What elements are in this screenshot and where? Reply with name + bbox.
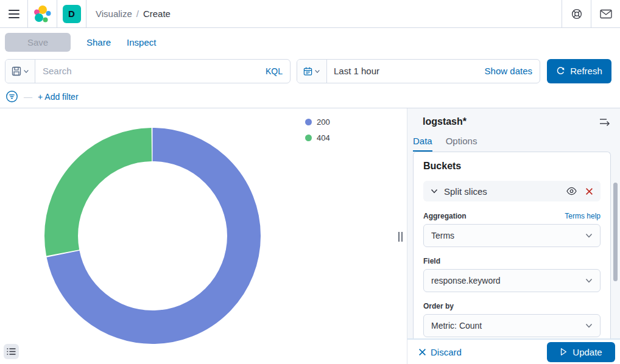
main-area: 200 404 logstash* [0,108,620,364]
elastic-logo-icon [33,4,52,24]
share-button[interactable]: Share [86,37,111,47]
resize-handle-icon [398,232,403,242]
index-pattern-title: logstash* [423,116,467,127]
filter-bar: — + Add filter [0,85,620,108]
breadcrumb-create: Create [143,9,171,19]
legend-toggle-button[interactable] [4,344,19,359]
update-label: Update [572,347,602,357]
legend-label: 200 [317,117,330,127]
inspect-button[interactable]: Inspect [127,37,156,47]
chevron-down-icon [585,277,593,284]
date-picker-group: Last 1 hour Show dates [297,59,540,83]
divider [86,0,86,27]
buckets-card: Buckets Split slices [413,152,611,338]
remove-bucket-button[interactable] [584,186,594,197]
tab-options[interactable]: Options [446,136,477,152]
order-by-select[interactable]: Metric: Count [423,314,601,337]
chevron-down-icon [585,322,593,329]
aggregation-field-group: Aggregation Terms help Terms [423,212,601,247]
filter-placeholder-dash: — [24,92,32,102]
legend-swatch [305,119,312,125]
eye-icon [566,187,577,195]
query-bar: KQL Last 1 hour Show dates Refresh [0,57,620,85]
chevron-down-icon [431,187,438,195]
toolbar-row: Save Share Inspect [0,28,620,57]
toggle-visibility-button[interactable] [565,186,578,197]
chevron-down-icon [23,68,29,74]
space-badge: D [63,5,81,23]
panel-scrollbar[interactable] [613,183,618,281]
breadcrumb-separator: / [136,9,139,19]
editor-tabs: Data Options [413,136,611,152]
list-icon [7,348,16,355]
refresh-label: Refresh [570,66,602,76]
x-icon [418,348,426,356]
save-button[interactable]: Save [5,33,71,52]
home-button[interactable] [28,0,57,27]
x-icon [585,187,593,195]
breadcrumb-visualize[interactable]: Visualize [96,9,132,19]
saved-query-menu-button[interactable] [5,60,35,83]
visualization-area: 200 404 [0,108,396,364]
discard-label: Discard [431,347,462,357]
calendar-icon [303,66,312,76]
space-selector[interactable]: D [57,5,86,23]
filter-circle-icon[interactable] [5,90,18,103]
field-select[interactable]: response.keyword [423,269,601,292]
breadcrumb: Visualize / Create [96,9,171,19]
refresh-icon [556,66,565,75]
terms-help-link[interactable]: Terms help [565,212,601,220]
discard-button[interactable]: Discard [418,347,462,357]
menu-button[interactable] [0,0,27,27]
field-label: Field [423,257,440,265]
time-range-value[interactable]: Last 1 hour [327,66,379,76]
hamburger-icon [9,10,19,18]
collapse-panel-button[interactable] [598,117,611,127]
top-header: D Visualize / Create [0,0,620,28]
tab-data[interactable]: Data [413,136,432,152]
order-by-label: Order by [423,302,454,310]
search-input-group: KQL [5,59,291,83]
newsfeed-button[interactable] [591,0,620,27]
help-icon [571,9,582,19]
legend-item-200[interactable]: 200 [305,117,330,127]
chart-legend: 200 404 [305,117,330,142]
play-icon [560,348,568,356]
panel-resizer[interactable] [396,108,407,364]
donut-chart[interactable] [0,108,396,364]
editor-panel: logstash* Data Options Buckets [407,108,620,364]
save-disk-icon [12,66,21,76]
order-by-field-group: Order by Metric: Count [423,302,601,337]
show-dates-button[interactable]: Show dates [485,66,540,76]
query-language-button[interactable]: KQL [266,66,290,76]
field-field-group: Field response.keyword [423,257,601,292]
buckets-title: Buckets [423,161,601,172]
refresh-button[interactable]: Refresh [547,59,611,83]
legend-swatch [305,135,312,141]
aggregation-select[interactable]: Terms [423,224,601,247]
chevron-down-icon [585,232,593,239]
date-quick-menu-button[interactable] [297,60,327,83]
help-button[interactable] [562,0,591,27]
bucket-split-slices-row[interactable]: Split slices [423,181,601,201]
legend-item-404[interactable]: 404 [305,133,330,142]
add-filter-button[interactable]: + Add filter [38,92,79,102]
collapse-panel-icon [599,117,610,127]
editor-action-bar: Discard Update [407,338,620,364]
bucket-label: Split slices [444,186,559,197]
search-input[interactable] [35,60,266,83]
legend-label: 404 [317,133,330,142]
update-button[interactable]: Update [547,342,615,362]
mail-icon [600,9,612,19]
chevron-down-icon [314,68,320,74]
aggregation-label: Aggregation [423,212,467,220]
